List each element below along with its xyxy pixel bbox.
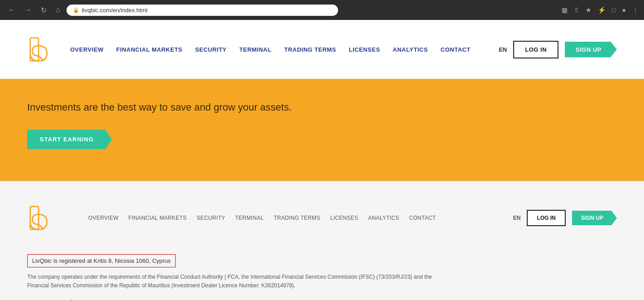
footer-nav-right: EN LOG IN SIGN UP [513,210,617,226]
star-icon[interactable]: ★ [586,6,592,14]
footer-content: LivQbic is registered at Kritis 8, Nicos… [27,250,617,300]
login-button[interactable]: LOG IN [513,41,558,58]
extensions-icon[interactable]: ⚡ [598,6,606,14]
nav-security[interactable]: SECURITY [195,46,227,53]
footer-nav-security[interactable]: SECURITY [197,215,225,221]
share-icon[interactable]: ⇧ [574,6,579,14]
back-button[interactable]: ← [5,4,18,16]
legal-text: The company operates under the requireme… [27,273,434,290]
nav-trading-terms[interactable]: TRADING TERMS [284,46,336,53]
language-selector[interactable]: EN [499,46,507,53]
registered-address-text: LivQbic is registered at Kritis 8, Nicos… [32,257,171,264]
footer-nav-contact[interactable]: CONTACT [409,215,436,221]
footer-nav-licenses[interactable]: LICENSES [330,215,358,221]
start-earning-button[interactable]: START EARNING [27,130,112,149]
nav-financial-markets[interactable]: FINANCIAL MARKETS [116,46,182,53]
logo-area [27,36,52,63]
footer-nav-terminal[interactable]: TERMINAL [235,215,264,221]
footer-logo-icon [27,204,52,232]
nav-contact[interactable]: CONTACT [441,46,471,53]
logo-icon [27,36,52,63]
lock-icon: 🔒 [73,7,79,13]
browser-chrome: ← → ↻ ⌂ 🔒 livqbic.com/en/index.html ▦ ⇧ … [0,0,644,20]
header-nav-right: EN LOG IN SIGN UP [499,41,617,58]
nav-overview[interactable]: OVERVIEW [70,46,104,53]
browser-actions: ▦ ⇧ ★ ⚡ □ ● ⋮ [562,6,639,14]
footer-nav-overview[interactable]: OVERVIEW [88,215,119,221]
nav-analytics[interactable]: ANALYTICS [393,46,428,53]
footer-nav-links: OVERVIEW FINANCIAL MARKETS SECURITY TERM… [88,215,513,221]
signup-button[interactable]: SIGN UP [565,42,617,58]
footer-nav-analytics[interactable]: ANALYTICS [368,215,400,221]
site-header: OVERVIEW FINANCIAL MARKETS SECURITY TERM… [0,20,644,79]
footer-nav-section: OVERVIEW FINANCIAL MARKETS SECURITY TERM… [0,181,644,300]
nav-terminal[interactable]: TERMINAL [239,46,272,53]
tab-icon[interactable]: □ [612,6,615,14]
account-icon[interactable]: ● [622,6,626,14]
hero-tagline: Investments are the best way to save and… [27,102,617,113]
hero-section: Investments are the best way to save and… [0,79,644,181]
footer-signup-button[interactable]: SIGN UP [572,211,617,225]
footer-logo-area [27,204,52,232]
footer-nav-financial-markets[interactable]: FINANCIAL MARKETS [129,215,187,221]
forward-button[interactable]: → [22,4,34,16]
footer-nav-inner: OVERVIEW FINANCIAL MARKETS SECURITY TERM… [27,204,617,232]
refresh-button[interactable]: ↻ [38,4,49,16]
screenshot-icon[interactable]: ▦ [562,6,568,14]
address-bar[interactable]: 🔒 livqbic.com/en/index.html [67,5,338,16]
page: OVERVIEW FINANCIAL MARKETS SECURITY TERM… [0,20,644,300]
footer-login-button[interactable]: LOG IN [527,210,565,226]
home-button[interactable]: ⌂ [53,4,63,16]
footer-language-selector[interactable]: EN [513,215,521,221]
url-text: livqbic.com/en/index.html [82,7,148,14]
registered-address-box: LivQbic is registered at Kritis 8, Nicos… [27,254,176,267]
footer-nav-trading-terms[interactable]: TRADING TERMS [274,215,320,221]
nav-licenses[interactable]: LICENSES [349,46,380,53]
menu-icon[interactable]: ⋮ [632,6,639,14]
main-nav: OVERVIEW FINANCIAL MARKETS SECURITY TERM… [70,46,499,53]
